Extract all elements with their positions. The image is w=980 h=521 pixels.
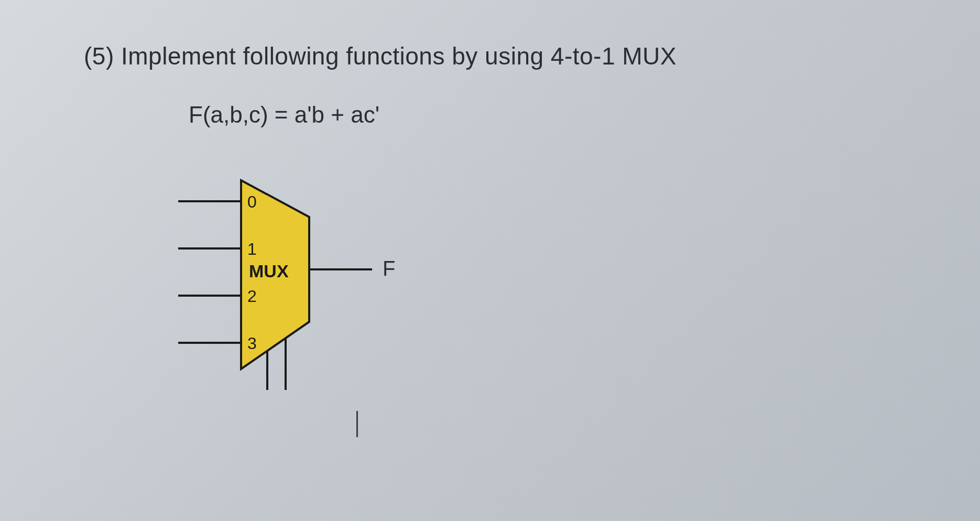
input-label-2: 2 (247, 287, 257, 306)
input-label-1: 1 (247, 240, 257, 258)
text-cursor (356, 411, 358, 437)
mux-diagram: 0 1 2 3 MUX F (147, 170, 461, 406)
equation-rhs: a'b + ac' (295, 102, 379, 127)
input-label-0: 0 (247, 192, 257, 211)
content-container: (5) Implement following functions by usi… (0, 0, 980, 448)
input-label-3: 3 (247, 334, 257, 353)
question-body: Implement following functions by using 4… (121, 42, 677, 70)
question-prompt: (5) Implement following functions by usi… (84, 42, 896, 70)
equation-equals: = (275, 102, 295, 127)
function-equation: F(a,b,c) = a'b + ac' (189, 102, 896, 128)
mux-svg: 0 1 2 3 MUX F (147, 170, 461, 406)
output-label: F (383, 257, 395, 280)
equation-lhs: F(a,b,c) (189, 102, 268, 127)
mux-label: MUX (249, 261, 289, 281)
question-number: (5) (84, 42, 114, 70)
